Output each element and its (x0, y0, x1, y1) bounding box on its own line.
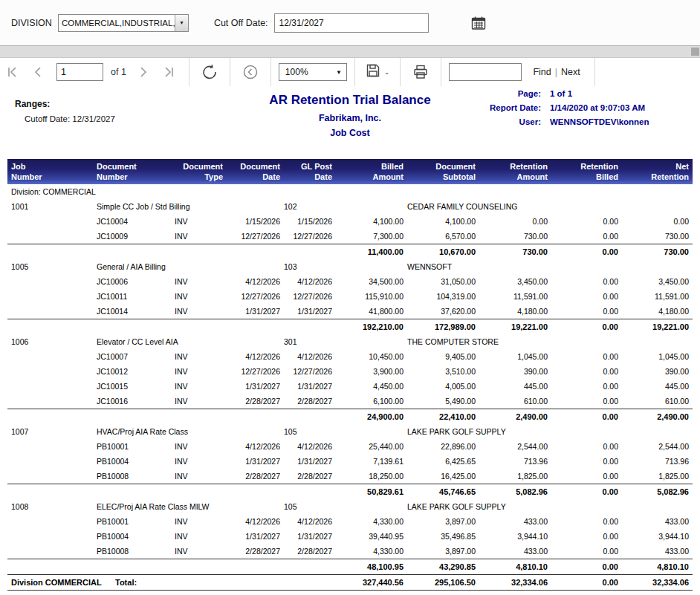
job-description: ELEC/Proj AIA Rate Class MILW (97, 502, 227, 511)
retention-amount: 4,180.00 (479, 307, 551, 316)
job-number: 1006 (11, 337, 97, 346)
cutoff-date-label: Cut Off Date: (214, 18, 268, 28)
job-total-value: 48,100.95 (336, 562, 407, 571)
job-customer: WENNSOFT (407, 262, 551, 271)
cutoff-date-input[interactable] (274, 13, 429, 33)
billed-amount: 7,300.00 (336, 232, 407, 241)
document-row: JC10011INV12/27/202612/27/2026115,910.00… (7, 289, 693, 304)
document-subtotal: 16,425.00 (407, 472, 479, 481)
division-dropdown[interactable]: COMMERCIAL,INDUSTRIAL,RESID ▼ (58, 14, 189, 32)
column-header-net-retention: NetRetention (622, 161, 693, 183)
page-label: Page: (464, 89, 541, 98)
report-subtitle: Job Cost (0, 128, 700, 138)
job-description: Elevator / CC Level AIA (97, 337, 227, 346)
retention-billed: 0.00 (551, 382, 622, 391)
retention-billed: 0.00 (551, 232, 622, 241)
document-type: INV (175, 442, 227, 451)
retention-amount: 445.00 (479, 382, 551, 391)
document-row: JC10015INV1/31/20271/31/20274,450.004,00… (7, 379, 693, 394)
report-toolbar: of 1 100% ▼ ⌄ (0, 58, 700, 86)
report-date-value: 1/14/2020 at 9:07:03 AM (550, 103, 696, 112)
document-number: JC10011 (97, 292, 175, 301)
document-subtotal: 3,510.00 (407, 367, 479, 376)
previous-page-button[interactable] (25, 58, 51, 86)
job-description: HVAC/Proj AIA Rate Class (97, 427, 227, 436)
net-retention: 433.00 (622, 517, 693, 526)
next-page-button[interactable] (131, 58, 156, 86)
retention-billed: 0.00 (551, 307, 622, 316)
division-total-label: Division COMMERCIAL (11, 578, 97, 587)
document-subtotal: 4,100.00 (407, 217, 479, 226)
page-number-input[interactable] (56, 63, 103, 81)
document-subtotal: 104,319.00 (407, 292, 479, 301)
net-retention: 445.00 (622, 382, 693, 391)
print-button[interactable] (408, 58, 433, 86)
document-date: 12/27/2026 (227, 292, 284, 301)
division-dropdown-button[interactable]: ▼ (175, 15, 188, 31)
calendar-icon[interactable] (470, 15, 487, 31)
document-type: INV (175, 277, 227, 286)
net-retention: 11,591.00 (622, 292, 693, 301)
gl-post-date: 12/27/2026 (284, 367, 336, 376)
document-row: JC10016INV2/28/20272/28/20276,100.005,49… (7, 394, 693, 409)
document-number: PB10001 (97, 517, 175, 526)
gl-post-date: 4/12/2026 (284, 442, 336, 451)
last-page-button[interactable] (156, 58, 181, 86)
job-total-value: 43,290.85 (407, 562, 479, 571)
chevron-down-icon: ▼ (179, 20, 184, 25)
column-header-billed-amount: BilledAmount (336, 161, 407, 183)
find-button[interactable]: Find (533, 67, 551, 77)
export-button[interactable]: ⌄ (363, 63, 393, 81)
back-button[interactable] (238, 58, 263, 86)
next-button[interactable]: Next (561, 67, 580, 77)
document-number: PB10001 (97, 442, 175, 451)
job-total-value: 730.00 (622, 247, 693, 256)
retention-billed: 0.00 (551, 217, 622, 226)
document-number: JC10016 (97, 397, 175, 406)
document-type: INV (175, 517, 227, 526)
retention-billed: 0.00 (551, 547, 622, 556)
document-type: INV (175, 457, 227, 466)
job-total-value: 730.00 (479, 247, 551, 256)
gl-post-date: 4/12/2026 (284, 352, 336, 361)
retention-amount: 433.00 (479, 547, 551, 556)
scrollbar-corner[interactable] (691, 48, 699, 56)
document-number: JC10015 (97, 382, 175, 391)
job-department: 102 (284, 202, 336, 211)
ranges-block: Ranges: Cutoff Date: 12/31/2027 (15, 99, 115, 123)
net-retention: 3,450.00 (622, 277, 693, 286)
billed-amount: 4,450.00 (336, 382, 407, 391)
retention-amount: 2,544.00 (479, 442, 551, 451)
job-header-row: 1001Simple CC Job / Std Billing102CEDAR … (7, 199, 693, 214)
job-total-row: 24,900.0022,410.002,490.000.002,490.00 (7, 409, 693, 424)
first-page-button[interactable] (0, 58, 25, 86)
retention-amount: 730.00 (479, 232, 551, 241)
retention-billed: 0.00 (551, 367, 622, 376)
refresh-button[interactable] (197, 58, 222, 86)
document-type: INV (175, 292, 227, 301)
retention-billed: 0.00 (551, 517, 622, 526)
gl-post-date: 4/12/2026 (284, 277, 336, 286)
document-date: 2/28/2027 (227, 397, 284, 406)
job-total-value: 0.00 (551, 322, 622, 331)
document-row: JC10012INV12/27/202612/27/20263,900.003,… (7, 364, 693, 379)
find-input[interactable] (449, 63, 522, 81)
net-retention: 0.00 (622, 217, 693, 226)
division-total-value: 327,440.56 (336, 578, 407, 587)
document-row: PB10001INV4/12/20264/12/20264,330.003,89… (7, 514, 693, 529)
zoom-select[interactable]: 100% ▼ (279, 63, 347, 81)
report-date-label: Report Date: (464, 103, 541, 112)
retention-amount: 713.96 (479, 457, 551, 466)
job-department: 105 (284, 502, 336, 511)
retention-billed: 0.00 (551, 472, 622, 481)
job-total-value: 0.00 (551, 412, 622, 421)
billed-amount: 41,800.00 (336, 307, 407, 316)
job-number: 1005 (11, 262, 97, 271)
net-retention: 1,825.00 (622, 472, 693, 481)
job-total-value: 4,810.10 (479, 562, 551, 571)
job-number: 1007 (11, 427, 97, 436)
column-header-gl-post-date: GL PostDate (284, 161, 336, 183)
job-description: General / AIA Billing (97, 262, 227, 271)
document-date: 4/12/2026 (227, 277, 284, 286)
document-date: 1/31/2027 (227, 532, 284, 541)
